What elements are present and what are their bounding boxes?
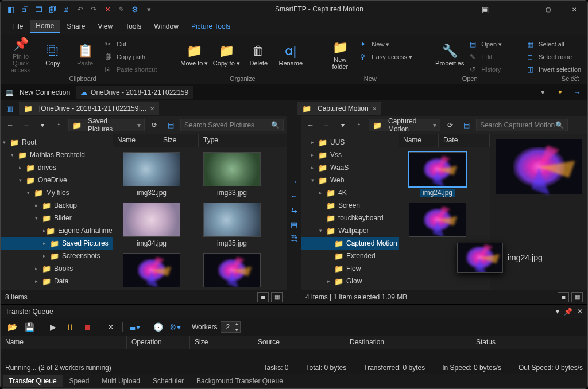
thumbnail[interactable]: img24.jpg <box>117 253 186 290</box>
tree-row[interactable]: ▾📁Bilder <box>1 212 113 224</box>
pane-action-icon[interactable]: ▤ <box>460 119 473 131</box>
col-name[interactable]: Name <box>113 134 158 147</box>
tab-background-queue[interactable]: Background Transfer Queue <box>191 375 289 387</box>
settings-icon[interactable]: ⚙ <box>129 3 141 15</box>
minimize-button[interactable]: — <box>508 1 535 18</box>
left-tab[interactable]: 📁 [OneDrive - 2018-11-21T022159]... ✕ <box>19 102 159 115</box>
back-button[interactable]: ← <box>304 119 317 131</box>
layout-icon[interactable]: ▣ <box>479 3 491 15</box>
new-folder-button[interactable]: 📁New folder <box>326 37 354 73</box>
maximize-button[interactable]: ▢ <box>535 1 561 18</box>
dropdown-icon[interactable]: ▾ <box>556 308 559 316</box>
qat-icon[interactable]: ✎ <box>115 3 127 15</box>
path-box[interactable]: 📁 Saved Pictures ▾ <box>68 119 145 131</box>
tree-row[interactable]: 📁Flow <box>301 262 399 275</box>
col-name[interactable]: Name <box>1 336 127 349</box>
thumbnail-selected[interactable]: img24.jpg <box>403 152 472 197</box>
view-list-icon[interactable]: ≣ <box>558 292 569 302</box>
qat-icon[interactable]: ◧ <box>5 3 17 15</box>
menu-view[interactable]: View <box>92 20 118 33</box>
up-button[interactable]: ↑ <box>52 119 65 131</box>
thumbnail[interactable] <box>403 203 472 237</box>
col-destination[interactable]: Destination <box>345 336 471 349</box>
tree-row[interactable]: ▸📁4K <box>301 186 399 199</box>
new-item-button[interactable]: ✦New ▾ <box>358 38 415 50</box>
connection-tab[interactable]: ☁ OneDrive - 2018-11-21T022159 <box>76 86 193 99</box>
tree-row[interactable]: 📁Extended <box>301 250 399 262</box>
close-icon[interactable]: ✕ <box>372 106 377 112</box>
transfer-right-icon[interactable]: → <box>291 177 298 186</box>
tree-row-selected[interactable]: ▸📁Saved Pictures <box>1 237 113 250</box>
select-all-button[interactable]: ▦Select all <box>525 38 583 50</box>
search-input[interactable]: Search Captured Motion🔍 <box>476 119 568 131</box>
pin-button[interactable]: 📌Pin to Quick access <box>6 37 35 73</box>
thumbnail[interactable]: img34.jpg <box>117 203 186 247</box>
tree-row[interactable]: ▾📁Mathias Berchtold <box>1 149 113 161</box>
col-date[interactable]: Date <box>439 134 490 147</box>
thumbnail[interactable]: img33.jpg <box>198 152 266 197</box>
pane-action-icon[interactable]: ▤ <box>164 119 177 131</box>
tree-row[interactable]: ▾📁Root <box>1 136 113 149</box>
properties-button[interactable]: 🔧Properties <box>435 37 464 73</box>
view-grid-icon[interactable]: ▦ <box>271 292 283 302</box>
workers-stepper[interactable]: 2 ▲ ▼ <box>220 321 241 333</box>
play-icon[interactable]: ▶ <box>46 320 60 334</box>
forward-icon[interactable]: → <box>571 87 583 98</box>
tree-row[interactable]: ▾📁OneDrive <box>1 174 113 186</box>
open-file-icon[interactable]: 📂 <box>5 320 19 334</box>
col-operation[interactable]: Operation <box>127 336 190 349</box>
col-name[interactable]: Name <box>399 134 439 147</box>
right-tab[interactable]: 📁 Captured Motion ✕ <box>297 102 381 115</box>
forward-button[interactable]: → <box>20 119 33 131</box>
col-size[interactable]: Size <box>190 336 253 349</box>
tree-row[interactable]: ▾📁Wallpaper <box>301 224 399 237</box>
tree-row[interactable]: ▸📁WaaS <box>301 161 399 174</box>
tree-row[interactable]: ▸📁Vss <box>301 149 399 161</box>
thumbnail[interactable]: img25.jpg <box>198 253 266 290</box>
stop-icon[interactable]: ⏹ <box>80 320 94 334</box>
tree-row[interactable]: 📁touchkeyboard <box>301 212 399 224</box>
star-icon[interactable]: ✦ <box>554 87 566 98</box>
tree-row-selected[interactable]: 📁Captured Motion <box>301 237 399 250</box>
up-button[interactable]: ↑ <box>353 119 365 131</box>
qat-icon[interactable]: 🗗 <box>19 3 30 15</box>
col-status[interactable]: Status <box>471 336 587 349</box>
menu-picture-tools[interactable]: Picture Tools <box>185 20 236 33</box>
tab-transfer-queue[interactable]: Transfer Queue <box>3 375 63 387</box>
thumbnail[interactable]: img35.jpg <box>198 203 266 247</box>
copy-to-button[interactable]: 📁Copy to ▾ <box>212 37 241 73</box>
tree-row[interactable]: ▸📁Eigene Aufnahmen <box>1 224 113 237</box>
tree-row[interactable]: ▸📁drives <box>1 161 113 174</box>
qat-icon[interactable]: 🗎 <box>60 3 72 15</box>
refresh-button[interactable]: ⟳ <box>148 119 161 131</box>
forward-button[interactable]: → <box>320 119 333 131</box>
copy-button[interactable]: ⿻Copy <box>38 37 67 73</box>
folder-tree[interactable]: ▾📁Root ▾📁Mathias Berchtold ▸📁drives ▾📁On… <box>1 134 113 290</box>
paste-shortcut-button[interactable]: ⎘Paste shortcut <box>103 64 159 75</box>
thumbnail[interactable]: img32.jpg <box>117 152 186 197</box>
tree-row[interactable]: ▸📁Screenshots <box>1 250 113 262</box>
dropdown-button[interactable]: ▾ <box>336 119 349 131</box>
refresh-button[interactable]: ⟳ <box>444 119 457 131</box>
save-icon[interactable]: 💾 <box>22 320 36 334</box>
panel-icon[interactable]: ▥ <box>4 103 16 114</box>
ribbon-collapse-icon[interactable]: ︿ <box>572 71 579 80</box>
qat-icon[interactable]: 🗐 <box>47 3 58 15</box>
delete-button[interactable]: 🗑Delete <box>244 37 273 73</box>
schedule-icon[interactable]: 🕓 <box>151 320 165 334</box>
paste-button[interactable]: 📋Paste <box>71 37 99 73</box>
tree-row[interactable]: ▸📁UUS <box>301 136 399 149</box>
more-icon[interactable]: ▾ <box>143 3 154 15</box>
tree-row[interactable]: ▾📁My files <box>1 186 113 199</box>
tree-row[interactable]: ▸📁Backup <box>1 199 113 212</box>
col-type[interactable]: Type <box>199 134 287 147</box>
tab-speed[interactable]: Speed <box>64 375 95 387</box>
cancel-icon[interactable]: ✕ <box>102 3 113 15</box>
compare-icon[interactable]: ⿻ <box>291 235 298 243</box>
menu-window[interactable]: Window <box>148 20 184 33</box>
rename-button[interactable]: ɑ|Rename <box>276 37 305 73</box>
redo-icon[interactable]: ↷ <box>88 3 99 15</box>
copy-path-button[interactable]: 🗐Copy path <box>103 51 159 63</box>
sync-icon[interactable]: ⇆ <box>291 206 297 215</box>
folder-tree[interactable]: ▸📁UUS ▸📁Vss ▸📁WaaS ▾📁Web ▸📁4K 📁Screen 📁t… <box>301 134 399 290</box>
